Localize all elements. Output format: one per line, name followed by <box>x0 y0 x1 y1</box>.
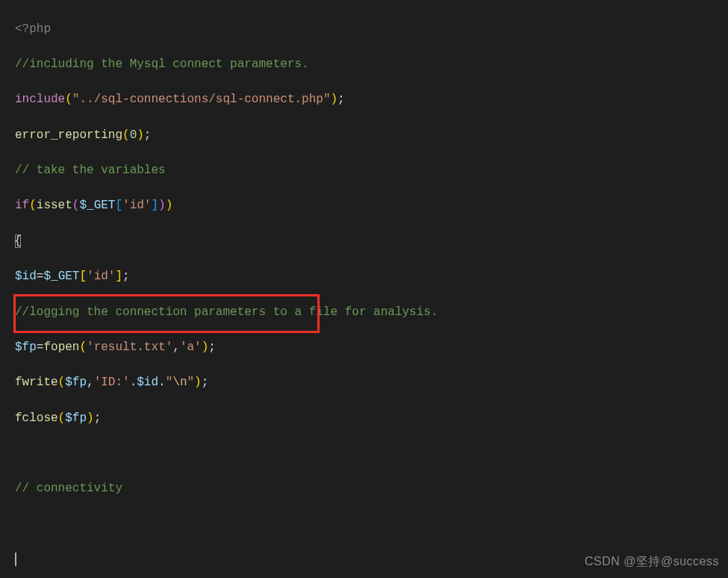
code-line: fclose($fp); <box>15 410 728 428</box>
code-line: //logging the connection parameters to a… <box>15 304 728 322</box>
code-line: include("../sql-connections/sql-connect.… <box>15 91 728 109</box>
code-editor[interactable]: <?php //including the Mysql connect para… <box>0 0 728 578</box>
code-line: error_reporting(0); <box>15 127 728 145</box>
code-line: fwrite($fp,'ID:'.$id."\n"); <box>15 374 728 392</box>
code-line <box>15 551 728 569</box>
code-line: <?php <box>15 21 728 39</box>
code-line: //including the Mysql connect parameters… <box>15 56 728 74</box>
code-line: $fp=fopen('result.txt','a'); <box>15 339 728 357</box>
text-cursor <box>15 553 16 566</box>
code-line <box>15 516 728 534</box>
code-line: if(isset($_GET['id'])) <box>15 197 728 215</box>
code-line: // connectivity <box>15 480 728 498</box>
code-line: { <box>15 233 728 251</box>
code-line <box>15 445 728 463</box>
code-line: // take the variables <box>15 162 728 180</box>
code-line: $id=$_GET['id']; <box>15 268 728 286</box>
